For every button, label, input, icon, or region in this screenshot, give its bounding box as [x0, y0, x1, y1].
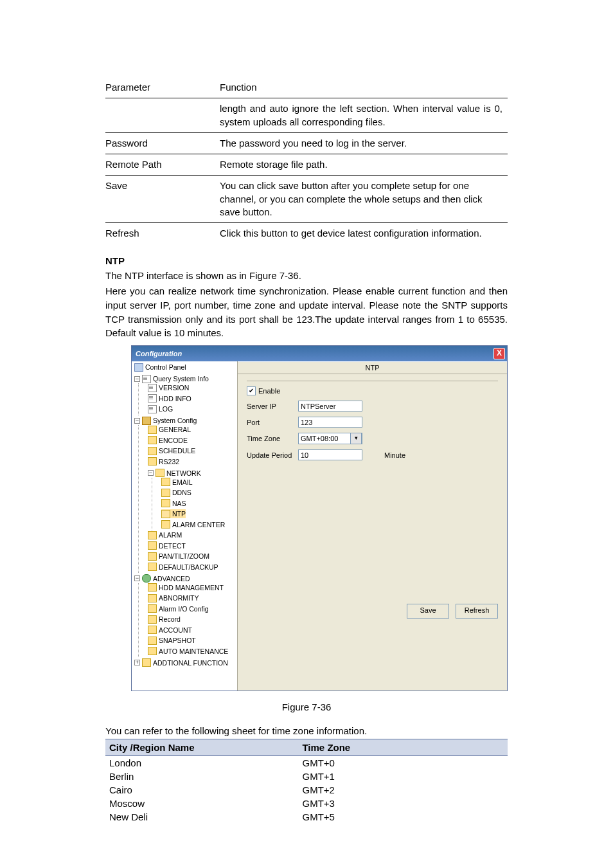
timezone-select[interactable]: GMT+08:00 ▾ [298, 433, 362, 444]
tz-cell: Cairo [105, 783, 298, 797]
collapse-icon[interactable]: − [134, 376, 140, 382]
tree-item-email[interactable]: EMAIL [161, 478, 193, 487]
tree-item-detect[interactable]: DETECT [148, 541, 186, 550]
collapse-icon[interactable]: − [148, 470, 154, 476]
param-cell: Refresh [105, 223, 220, 244]
folder-icon [148, 604, 157, 613]
tree-item-log[interactable]: LOG [148, 404, 173, 413]
tree-group-additional[interactable]: +ADDTIONAL FUNCTION [134, 658, 228, 667]
refresh-button[interactable]: Refresh [456, 604, 498, 619]
param-cell: Remote Path [105, 154, 220, 176]
param-header-param: Parameter [105, 77, 220, 98]
tree-item-nas[interactable]: NAS [161, 499, 186, 508]
advanced-icon [142, 574, 151, 583]
tree-item-encode[interactable]: ENCODE [148, 436, 188, 445]
chevron-down-icon[interactable]: ▾ [350, 433, 362, 444]
port-input[interactable] [298, 417, 362, 428]
expand-icon[interactable]: + [134, 660, 140, 665]
enable-label: Enable [258, 387, 280, 395]
folder-icon [161, 499, 170, 507]
tree-item-abnormity[interactable]: ABNORMITY [148, 593, 199, 602]
folder-icon [148, 552, 157, 561]
param-cell: length and auto ignore the left section.… [220, 98, 508, 133]
updateperiod-unit: Minute [384, 451, 405, 459]
param-cell: Password [105, 132, 220, 154]
tree-item-alarmio[interactable]: Alarm I/O Config [148, 604, 209, 613]
tree-group-system[interactable]: −System Config [134, 416, 197, 425]
body-text: Here you can realize network time synchr… [105, 284, 508, 340]
tree-item-alarmcenter[interactable]: ALARM CENTER [161, 520, 225, 529]
tz-cell: GMT+2 [298, 783, 508, 797]
tree-item-general[interactable]: GENERAL [148, 425, 191, 434]
timezone-table: City /Region Name Time Zone LondonGMT+0 … [105, 739, 508, 824]
body-text: The NTP interface is shown as in Figure … [105, 269, 508, 283]
folder-icon [148, 541, 157, 550]
tree-item-defaultbackup[interactable]: DEFAULT/BACKUP [148, 563, 218, 572]
serverip-label: Server IP [247, 402, 298, 410]
tree-item-hddinfo[interactable]: HDD INFO [148, 394, 191, 403]
param-cell [105, 98, 220, 133]
tz-cell: GMT+3 [298, 797, 508, 810]
folder-icon [148, 563, 157, 571]
param-cell: Click this button to get device latest c… [220, 223, 508, 244]
tree-item-automaint[interactable]: AUTO MAINTENANCE [148, 647, 228, 656]
panel-title: NTP [238, 361, 507, 374]
system-icon [142, 417, 151, 425]
folder-icon [148, 626, 157, 634]
dialog-body: Control Panel −Query System Info VERSION… [132, 361, 507, 691]
dialog-titlebar[interactable]: Configuration X [132, 346, 507, 361]
tree-item-schedule[interactable]: SCHEDULE [148, 446, 195, 455]
folder-icon [148, 531, 157, 539]
folder-icon [148, 583, 157, 592]
tz-cell: GMT+0 [298, 756, 508, 770]
timezone-label: Time Zone [247, 435, 298, 442]
tree-group-network[interactable]: −NETWORK [148, 469, 201, 478]
folder-icon [161, 489, 170, 497]
tz-cell: London [105, 756, 298, 770]
panel-icon [134, 363, 143, 372]
folder-icon [148, 426, 157, 434]
collapse-icon[interactable]: − [134, 418, 140, 424]
tree-pane[interactable]: Control Panel −Query System Info VERSION… [132, 361, 238, 691]
tz-intro: You can refer to the following sheet for… [105, 724, 508, 738]
tz-cell: GMT+5 [298, 810, 508, 824]
tz-header-city: City /Region Name [105, 739, 298, 756]
param-cell: The password you need to log in the serv… [220, 132, 508, 154]
config-dialog: Configuration X Control Panel −Query Sys… [131, 345, 508, 691]
enable-checkbox[interactable]: ✔ [247, 386, 256, 395]
folder-icon [148, 615, 157, 624]
folder-icon [161, 520, 170, 529]
tz-cell: New Deli [105, 810, 298, 824]
tree-group-advanced[interactable]: −ADVANCED [134, 574, 190, 583]
folder-icon [142, 658, 151, 667]
tree-item-snapshot[interactable]: SNAPSHOT [148, 636, 196, 645]
tree-group-query[interactable]: −Query System Info [134, 374, 209, 383]
tree-root[interactable]: Control Panel [134, 363, 186, 372]
tree-item-ptz[interactable]: PAN/TILT/ZOOM [148, 552, 209, 561]
tree-item-version[interactable]: VERSION [148, 383, 189, 392]
timezone-value: GMT+08:00 [301, 435, 338, 442]
tz-cell: Moscow [105, 797, 298, 810]
tree-item-record[interactable]: Record [148, 615, 181, 624]
param-header-func: Function [220, 77, 508, 98]
tree-item-rs232[interactable]: RS232 [148, 457, 179, 466]
save-button[interactable]: Save [407, 604, 449, 619]
folder-open-icon [161, 510, 170, 518]
folder-icon [148, 637, 157, 645]
tree-item-ntp[interactable]: NTP [161, 509, 186, 518]
tree-item-ddns[interactable]: DDNS [161, 488, 191, 497]
doc-icon [148, 405, 157, 413]
tree-item-account[interactable]: ACCOUNT [148, 626, 192, 635]
param-cell: Remote storage file path. [220, 154, 508, 176]
collapse-icon[interactable]: − [134, 575, 140, 581]
serverip-input[interactable] [298, 401, 362, 411]
tree-item-alarm[interactable]: ALARM [148, 530, 182, 539]
folder-icon [148, 457, 157, 466]
close-icon[interactable]: X [493, 348, 505, 359]
doc-icon [148, 394, 157, 402]
updateperiod-input[interactable] [298, 449, 362, 460]
folder-icon [148, 594, 157, 602]
param-cell: Save [105, 176, 220, 223]
tree-item-hddmgmt[interactable]: HDD MANAGEMENT [148, 583, 224, 592]
figure-caption: Figure 7-36 [105, 701, 508, 712]
